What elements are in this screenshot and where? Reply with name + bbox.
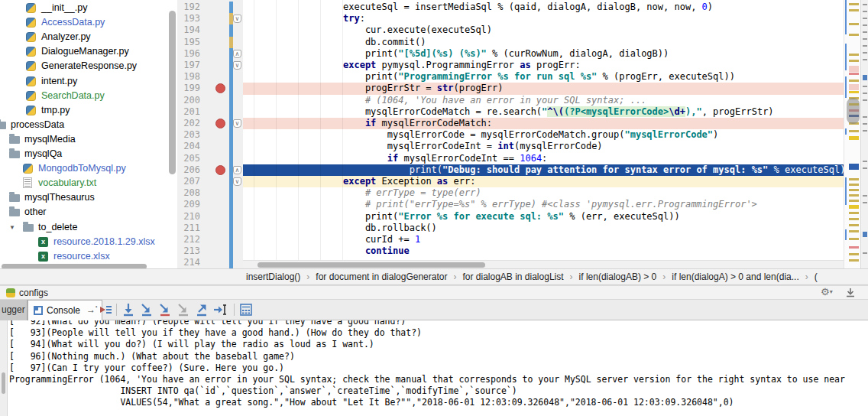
code-token: pymysql.ProgrammingError: [376, 60, 520, 70]
stripe-change-segment: [845, 0, 847, 34]
stripe-mark: [849, 259, 859, 262]
tree-item-AccessData.py[interactable]: AccessData.py: [0, 15, 177, 30]
change-marker: [229, 24, 233, 36]
code-line-203[interactable]: mysqlErrorCode = mysqlErrorCodeMatch.gro…: [243, 129, 844, 141]
change-marker: [229, 83, 233, 94]
stripe-mark: [849, 66, 859, 72]
code-line-212[interactable]: curId += 1: [243, 234, 844, 245]
code-line-193[interactable]: try:: [243, 13, 844, 24]
line-number: 196: [177, 48, 200, 60]
breakpoint-icon[interactable]: [215, 119, 225, 128]
debug-console-output[interactable]: [ 92](What do you mean?) (People will te…: [0, 320, 868, 416]
code-token: (mysqlErrorCode): [514, 141, 603, 151]
code-line-208[interactable]: # errType = type(err): [243, 187, 844, 199]
code-line-210[interactable]: print("Error %s for execute sql: %s" % (…: [243, 211, 844, 223]
tree-item-intent.py[interactable]: intent.py: [0, 74, 177, 89]
breakpoint-icon[interactable]: [215, 83, 225, 93]
code-line-209[interactable]: # print("errType=%s" % errType) #<class …: [243, 199, 844, 210]
step-out-icon[interactable]: [194, 302, 209, 317]
show-execution-point-icon[interactable]: [98, 302, 113, 317]
expand-arrow-icon[interactable]: ▼: [9, 224, 15, 231]
tree-item-DialogueManager.py[interactable]: DialogueManager.py: [0, 44, 177, 59]
breadcrumb-item[interactable]: (: [815, 269, 818, 284]
step-over-icon[interactable]: [121, 302, 136, 317]
tree-item-Analyzer.py[interactable]: Analyzer.py: [0, 30, 177, 44]
code-line-195[interactable]: db.commit(): [243, 37, 844, 48]
tree-item-other[interactable]: other: [0, 205, 177, 219]
evaluate-expression-icon[interactable]: [238, 302, 254, 317]
code-line-204[interactable]: mysqlErrorCodeInt = int(mysqlErrorCode): [243, 141, 844, 152]
gear-icon[interactable]: ⚙▾: [821, 286, 833, 297]
tree-item-to_delete[interactable]: ▼to_delete: [0, 220, 177, 235]
change-marker: [229, 223, 233, 234]
editor-code-area[interactable]: executeSql = insertMediaSql % (qaid, dia…: [243, 0, 844, 268]
fold-marker-icon[interactable]: ∧: [233, 166, 241, 174]
pycharm-window: __init__.pyAccessData.pyAnalyzer.pyDialo…: [0, 0, 868, 416]
editor-error-stripe[interactable]: [844, 0, 860, 268]
tree-item-vocabulary.txt[interactable]: vocabulary.txt: [0, 176, 177, 190]
editor-hscrollbar[interactable]: [257, 262, 485, 268]
change-marker: [229, 106, 233, 118]
hide-panel-icon[interactable]: [845, 288, 856, 298]
tree-item-label: mysqlMedia: [24, 134, 76, 145]
fold-marker-icon[interactable]: ∨: [233, 15, 241, 23]
tab-debugger[interactable]: ugger: [0, 300, 28, 320]
line-number: 214: [177, 257, 200, 268]
step-into-my-code-icon[interactable]: [157, 302, 173, 317]
fold-marker-icon[interactable]: ∨: [233, 61, 241, 70]
run-to-cursor-icon[interactable]: [212, 302, 228, 317]
fold-marker-icon[interactable]: ∨: [233, 177, 241, 186]
code-token: Exception: [376, 176, 436, 187]
fold-marker-icon[interactable]: ∨: [233, 119, 241, 128]
tree-item-SearchData.py[interactable]: SearchData.py: [0, 89, 177, 103]
tree-item-resource.xlsx[interactable]: resource.xlsx: [0, 249, 177, 264]
code-line-194[interactable]: cur.execute(executeSql): [243, 24, 844, 36]
breadcrumb-item[interactable]: insertDialog(): [246, 269, 300, 284]
code-line-200[interactable]: # (1064, 'You have an error in your SQL …: [243, 95, 844, 106]
step-into-icon[interactable]: [139, 302, 154, 317]
fold-marker-icon[interactable]: ∧: [233, 50, 241, 58]
breakpoint-icon[interactable]: [215, 165, 225, 175]
python-file-icon: [26, 106, 36, 115]
indent-guide: [276, 0, 277, 268]
tree-item-mysqlMedia[interactable]: mysqlMedia: [0, 132, 177, 147]
tree-item-MongodbToMysql.py[interactable]: MongodbToMysql.py: [0, 161, 177, 176]
code-line-202[interactable]: if mysqlErrorCodeMatch:: [243, 118, 844, 129]
breadcrumb-item[interactable]: for document in dialogGenerator: [316, 269, 447, 284]
console-left-scrollbar[interactable]: [2, 372, 5, 394]
breadcrumb-item[interactable]: if len(dialogA) > 0 and len(dia...: [672, 269, 798, 284]
force-step-into-icon[interactable]: [176, 302, 191, 317]
code-token: progErrStr =: [365, 83, 437, 93]
tree-item-resource.2018.1.29.xlsx[interactable]: resource.2018.1.29.xlsx: [0, 235, 177, 249]
code-line-211[interactable]: db.rollback(): [243, 223, 844, 234]
toolbar-separator: [234, 304, 235, 316]
code-line-197[interactable]: except pymysql.ProgrammingError as progE…: [243, 60, 844, 71]
python-file-icon: [26, 3, 36, 13]
tree-item-mysqlThesaurus[interactable]: mysqlThesaurus: [0, 190, 177, 205]
tab-debugger-label: ugger: [2, 304, 25, 315]
txt-file-icon: [23, 177, 32, 188]
change-marker: [229, 141, 233, 152]
breadcrumb-item[interactable]: for dialogAB in dialogList: [462, 269, 563, 284]
code-line-201[interactable]: mysqlErrorCodeMatch = re.search("^\((?P<…: [243, 106, 844, 118]
code-line-207[interactable]: except Exception as err:: [243, 176, 844, 187]
tree-item-__init__.py[interactable]: __init__.py: [0, 1, 177, 15]
tree-item-tmp.py[interactable]: tmp.py: [0, 103, 177, 118]
tree-item-GenerateResponse.py[interactable]: GenerateResponse.py: [0, 59, 177, 73]
tab-console[interactable]: Console →▪: [28, 300, 102, 320]
code-line-213[interactable]: continue: [243, 245, 844, 257]
editor-vscrollbar[interactable]: [847, 98, 860, 124]
line-number: 208: [177, 187, 200, 199]
code-line-198[interactable]: print("ProgrammingError %s for run sql %…: [243, 71, 844, 83]
code-line-192[interactable]: executeSql = insertMediaSql % (qaid, dia…: [243, 2, 844, 13]
code-token: ),": [685, 106, 702, 117]
code-line-206[interactable]: print("Debug: should pay attention for s…: [243, 164, 844, 176]
code-line-199[interactable]: progErrStr = str(progErr): [243, 83, 844, 94]
code-line-205[interactable]: if mysqlErrorCodeInt == 1064:: [243, 153, 844, 164]
indent-guide: [298, 0, 299, 268]
code-line-196[interactable]: print("[%5d](%s) (%s)" % (curRowNum, dia…: [243, 48, 844, 60]
project-tree-vscrollbar[interactable]: [169, 11, 176, 174]
breadcrumb-item[interactable]: if len(dialogAB) > 0: [579, 269, 657, 284]
tree-item-processData[interactable]: processData: [0, 118, 177, 132]
tree-item-mysqlQa[interactable]: mysqlQa: [0, 147, 177, 161]
